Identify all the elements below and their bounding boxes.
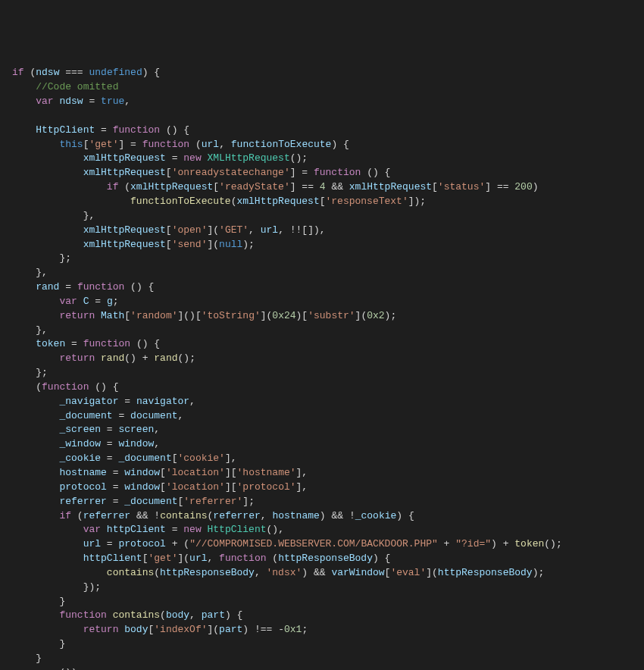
var-ndsw: ndsw bbox=[36, 67, 59, 78]
comment: //Code omitted bbox=[36, 81, 118, 92]
code-block: if (ndsw === undefined) { //Code omitted… bbox=[12, 66, 632, 670]
undefined: undefined bbox=[89, 67, 142, 78]
keyword-if: if bbox=[12, 67, 24, 78]
